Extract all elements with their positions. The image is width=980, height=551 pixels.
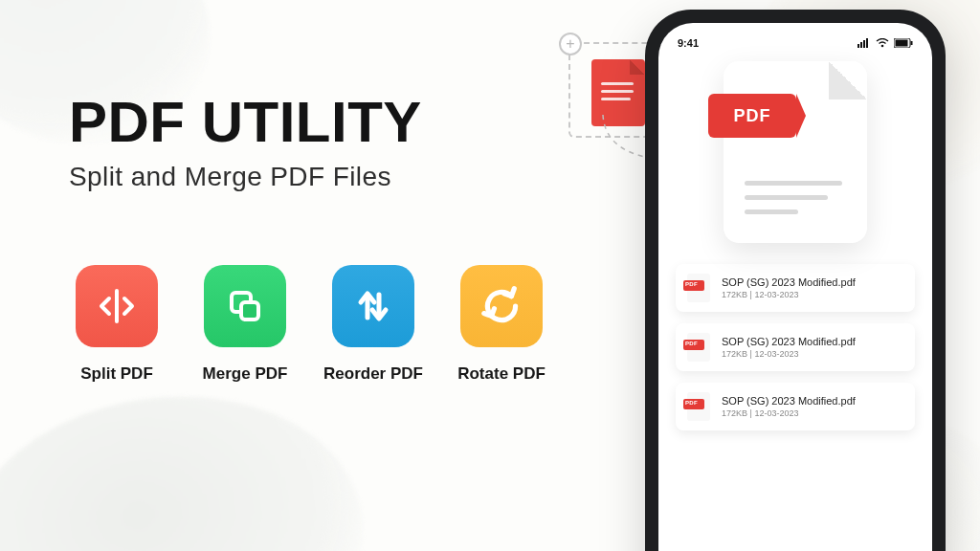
file-name: SOP (SG) 2023 Modified.pdf (722, 276, 856, 288)
status-icons (858, 38, 913, 48)
phone-screen: 9:41 PDF SOP (SG) 2023 Modified.pdf 172K… (658, 23, 932, 551)
feature-split[interactable]: Split PDF (69, 265, 165, 384)
pdf-file-icon (687, 333, 710, 362)
svg-rect-8 (866, 38, 868, 48)
merge-icon (204, 265, 286, 347)
plus-icon: + (559, 33, 582, 55)
status-bar: 9:41 (658, 23, 932, 54)
feature-merge[interactable]: Merge PDF (197, 265, 293, 384)
pdf-file-icon (687, 274, 710, 302)
reorder-icon (332, 265, 414, 347)
feature-label: Merge PDF (203, 364, 288, 384)
feature-reorder[interactable]: Reorder PDF (325, 265, 421, 384)
feature-row: Split PDF Merge PDF Reorder PDF (69, 265, 605, 384)
file-row[interactable]: SOP (SG) 2023 Modified.pdf 172KB | 12-03… (676, 383, 915, 430)
split-icon (76, 265, 158, 347)
feature-rotate[interactable]: Rotate PDF (454, 265, 549, 384)
file-name: SOP (SG) 2023 Modified.pdf (722, 336, 856, 347)
status-time: 9:41 (678, 37, 699, 49)
wifi-icon (876, 38, 889, 48)
feature-label: Reorder PDF (323, 364, 423, 384)
file-name: SOP (SG) 2023 Modified.pdf (722, 395, 856, 407)
svg-rect-11 (896, 40, 908, 47)
rotate-icon (460, 265, 543, 347)
page-subtitle: Split and Merge PDF Files (69, 162, 605, 192)
file-meta: 172KB | 12-03-2023 (722, 290, 856, 299)
file-meta: 172KB | 12-03-2023 (722, 408, 856, 418)
svg-rect-6 (860, 42, 862, 48)
pdf-file-icon (687, 392, 710, 421)
svg-rect-7 (863, 40, 865, 48)
svg-rect-5 (858, 44, 859, 48)
file-row[interactable]: SOP (SG) 2023 Modified.pdf 172KB | 12-03… (676, 323, 915, 371)
svg-rect-12 (911, 41, 913, 45)
phone-mock: 9:41 PDF SOP (SG) 2023 Modified.pdf 172K… (645, 10, 946, 551)
feature-label: Split PDF (80, 364, 153, 384)
pdf-document-icon: PDF (724, 61, 867, 243)
pdf-badge: PDF (708, 94, 796, 138)
signal-icon (858, 38, 871, 48)
feature-label: Rotate PDF (457, 364, 546, 384)
file-row[interactable]: SOP (SG) 2023 Modified.pdf 172KB | 12-03… (676, 264, 915, 312)
page-title: PDF UTILITY (69, 92, 605, 152)
bg-blob (0, 371, 382, 551)
promo-copy: PDF UTILITY Split and Merge PDF Files Sp… (69, 92, 605, 384)
file-list: SOP (SG) 2023 Modified.pdf 172KB | 12-03… (658, 264, 932, 430)
file-meta: 172KB | 12-03-2023 (722, 349, 856, 359)
svg-rect-2 (241, 302, 258, 320)
battery-icon (894, 38, 913, 48)
pdf-hero: PDF (658, 61, 932, 243)
svg-point-9 (881, 45, 884, 48)
